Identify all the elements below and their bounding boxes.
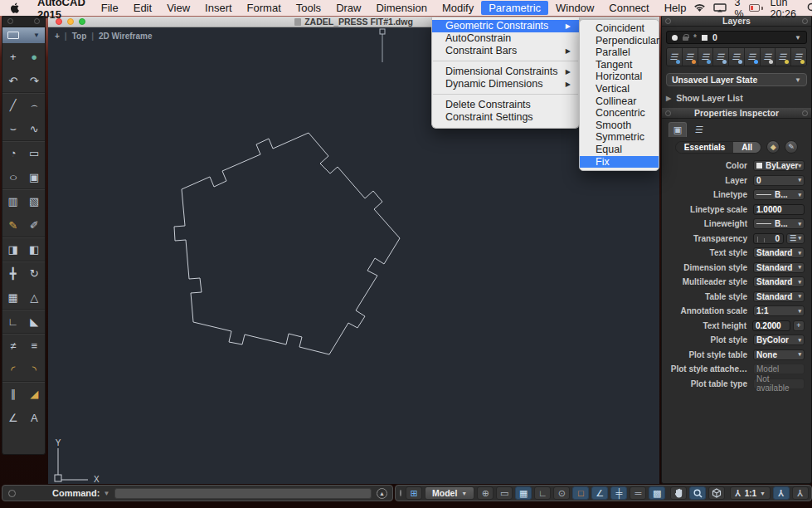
polar-tracking-toggle[interactable]: ⊙ bbox=[553, 486, 570, 500]
ellipse-tool[interactable]: ○ bbox=[1, 167, 26, 187]
offset-tool[interactable]: ∥ bbox=[4, 384, 22, 404]
lineweight-dropdown[interactable]: B...▾ bbox=[753, 218, 805, 229]
quick-select-button[interactable]: ◆ bbox=[766, 140, 780, 154]
plot-style-table-dropdown[interactable]: None▾ bbox=[753, 349, 805, 360]
break-tool[interactable]: ≠ bbox=[4, 336, 22, 356]
object-snap-toggle[interactable]: □ bbox=[572, 486, 589, 500]
undo-button[interactable]: ↶ bbox=[4, 71, 22, 90]
segment-all[interactable]: All bbox=[733, 142, 761, 153]
panel-close-icon[interactable] bbox=[665, 18, 671, 24]
pan-button[interactable] bbox=[670, 486, 687, 500]
sphere-orbit-tool[interactable]: ● bbox=[25, 47, 43, 67]
layer-properties-button[interactable]: ☰ bbox=[683, 48, 698, 66]
press-fit-part-outline[interactable] bbox=[174, 133, 400, 354]
model-space-dropdown[interactable]: Model▼ bbox=[425, 486, 474, 500]
panel-collapse-icon[interactable] bbox=[802, 110, 808, 116]
menu-option[interactable]: Dynamic Dimensions ▶ bbox=[432, 78, 579, 90]
redo-button[interactable]: ↷ bbox=[25, 71, 43, 90]
erase-tool[interactable]: ◧ bbox=[25, 239, 43, 259]
submenu-option[interactable]: Fix bbox=[580, 156, 659, 169]
submenu-option[interactable]: Parallel bbox=[580, 46, 659, 59]
submenu-option[interactable]: Collinear bbox=[580, 95, 659, 108]
annotation-scale-dropdown[interactable]: 1:1▾ bbox=[753, 305, 805, 316]
expand-command-history-button[interactable]: ▲ bbox=[377, 488, 387, 499]
command-input[interactable] bbox=[114, 488, 372, 499]
pencil-tool[interactable]: ✎ bbox=[4, 215, 22, 235]
menu-option[interactable] bbox=[433, 94, 578, 95]
menu-item[interactable]: Format bbox=[240, 1, 289, 15]
linetype-dropdown[interactable]: B...▾ bbox=[753, 189, 805, 200]
circle-tool[interactable]: ◔ bbox=[4, 144, 22, 164]
dimension-style-dropdown[interactable]: Standard▾ bbox=[753, 262, 805, 273]
3d-orbit-button[interactable] bbox=[708, 486, 725, 500]
apple-menu-icon[interactable] bbox=[10, 2, 21, 13]
menu-option[interactable]: Delete Constraints bbox=[432, 99, 579, 111]
show-layer-list-toggle[interactable]: ▶ Show Layer List bbox=[666, 93, 807, 103]
menu-item[interactable]: View bbox=[159, 1, 197, 15]
lineweight-toggle[interactable]: ═ bbox=[630, 486, 646, 500]
hatch-tool[interactable]: ▧ bbox=[25, 192, 43, 212]
menu-option[interactable]: Constraint Bars ▶ bbox=[432, 45, 579, 57]
menu-item[interactable]: Insert bbox=[197, 1, 240, 15]
menu-item[interactable]: Draw bbox=[328, 1, 368, 15]
palette-close-icon[interactable] bbox=[7, 18, 13, 24]
chevron-down-icon[interactable]: ▼ bbox=[33, 32, 40, 39]
angle-tool[interactable]: ∠ bbox=[4, 408, 22, 428]
arc-tool[interactable]: ⌢ bbox=[25, 95, 43, 115]
infer-constraints-toggle[interactable]: ▭ bbox=[496, 486, 513, 500]
lock-layer-button[interactable]: ☰ bbox=[776, 48, 791, 66]
rotate-tool[interactable]: ↻ bbox=[25, 264, 43, 284]
submenu-option[interactable]: Vertical bbox=[580, 83, 659, 95]
block-tool[interactable]: ◨ bbox=[4, 239, 22, 259]
text-style-dropdown[interactable]: Standard▾ bbox=[753, 247, 805, 258]
text-height-input[interactable]: 0.2000 bbox=[752, 320, 790, 331]
brush-tool[interactable]: ✐ bbox=[25, 215, 43, 235]
table-style-dropdown[interactable]: Standard▾ bbox=[753, 291, 805, 302]
auto-annotation-toggle[interactable]: Y bbox=[792, 486, 809, 500]
snap-toggle[interactable]: ⊕ bbox=[477, 486, 494, 500]
linetype-scale-input[interactable]: 1.0000 bbox=[753, 204, 805, 215]
dynamic-input-toggle[interactable]: ∠ bbox=[591, 486, 608, 500]
annotation-visibility-toggle[interactable]: Y bbox=[773, 486, 790, 500]
menu-item[interactable]: Tools bbox=[289, 1, 328, 15]
properties-inspector-header[interactable]: Properties Inspector bbox=[662, 108, 811, 119]
submenu-option[interactable]: Perpendicular bbox=[580, 35, 659, 47]
layer-state-dropdown[interactable]: Unsaved Layer State ▼ bbox=[666, 73, 807, 86]
color-dropdown[interactable]: ByLayer▾ bbox=[753, 160, 805, 171]
menu-item[interactable]: Window bbox=[548, 1, 601, 15]
layer-on-off-button[interactable]: ☰ bbox=[713, 48, 729, 66]
current-layer-dropdown[interactable]: * 0 ▼ bbox=[666, 31, 807, 44]
spline-tool[interactable]: ∿ bbox=[25, 119, 43, 139]
segment-essentials[interactable]: Essentials bbox=[676, 142, 733, 153]
zoom-button[interactable] bbox=[689, 486, 706, 500]
measure-tool[interactable]: ∟ bbox=[4, 311, 22, 331]
pick-height-button[interactable]: + bbox=[793, 320, 805, 331]
transparency-slider[interactable]: 0 bbox=[753, 233, 784, 244]
airplay-display-icon[interactable] bbox=[713, 3, 727, 12]
menu-clock[interactable]: Lun 20:26 bbox=[771, 0, 800, 20]
app-name[interactable]: AutoCAD 2015 bbox=[29, 0, 94, 21]
command-bar-handle-icon[interactable] bbox=[8, 490, 16, 497]
panel-close-icon[interactable] bbox=[665, 110, 671, 116]
annotation-scale-dropdown[interactable]: Y 1:1 ▼ bbox=[730, 486, 771, 500]
submenu-option[interactable]: Horizontal bbox=[580, 71, 659, 83]
battery-indicator[interactable]: 3 % bbox=[734, 0, 762, 20]
tab-layers[interactable]: ☰ bbox=[689, 122, 710, 137]
fillet-tool[interactable]: ◜ bbox=[4, 359, 22, 379]
line-tool[interactable]: ╱ bbox=[4, 95, 22, 115]
status-bar-handle-icon[interactable] bbox=[400, 490, 401, 496]
mirror-tool[interactable]: △ bbox=[25, 287, 43, 307]
plot-style-dropdown[interactable]: ByColor▾ bbox=[753, 335, 805, 345]
submenu-option[interactable]: Tangent bbox=[580, 59, 659, 71]
full-navigation-tool[interactable]: + bbox=[4, 47, 22, 67]
array-tool[interactable]: ▦ bbox=[4, 287, 22, 307]
isolate-layer-button[interactable]: ☰ bbox=[745, 48, 761, 66]
menu-item[interactable]: Connect bbox=[601, 1, 656, 15]
menu-item[interactable]: Dimension bbox=[368, 1, 434, 15]
rectangle-tool[interactable]: ▭ bbox=[25, 144, 43, 164]
layer-dropdown[interactable]: 0▾ bbox=[753, 175, 805, 186]
region-tool[interactable]: ▣ bbox=[25, 167, 43, 187]
unlock-layer-button[interactable]: ☰ bbox=[791, 48, 806, 66]
menu-item[interactable]: Edit bbox=[126, 1, 159, 15]
submenu-option[interactable]: Symmetric bbox=[580, 131, 659, 144]
